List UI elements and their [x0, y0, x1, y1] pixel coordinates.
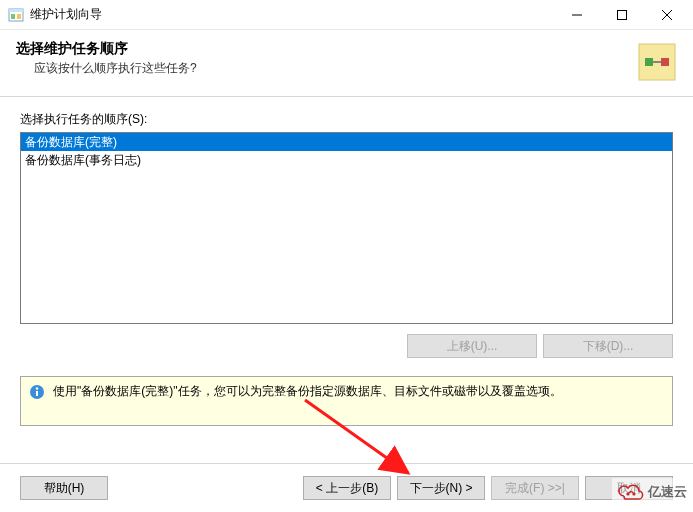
move-down-button: 下移(D)...: [543, 334, 673, 358]
watermark: 亿速云: [612, 478, 693, 506]
watermark-text: 亿速云: [648, 483, 687, 501]
list-item[interactable]: 备份数据库(事务日志): [21, 151, 672, 169]
list-label: 选择执行任务的顺序(S):: [20, 111, 673, 128]
help-button[interactable]: 帮助(H): [20, 476, 108, 500]
wizard-header: 选择维护任务顺序 应该按什么顺序执行这些任务?: [0, 30, 693, 97]
page-subheading: 应该按什么顺序执行这些任务?: [16, 60, 627, 77]
next-button[interactable]: 下一步(N) >: [397, 476, 485, 500]
finish-button: 完成(F) >>|: [491, 476, 579, 500]
titlebar: 维护计划向导: [0, 0, 693, 30]
minimize-button[interactable]: [554, 0, 599, 29]
list-item[interactable]: 备份数据库(完整): [21, 133, 672, 151]
close-button[interactable]: [644, 0, 689, 29]
svg-rect-14: [36, 391, 38, 396]
back-button[interactable]: < 上一步(B): [303, 476, 391, 500]
svg-rect-1: [9, 9, 23, 12]
svg-rect-2: [11, 14, 15, 19]
svg-rect-3: [17, 14, 21, 19]
watermark-logo-icon: [618, 482, 644, 502]
svg-point-13: [36, 387, 38, 389]
wizard-footer: 帮助(H) < 上一步(B) 下一步(N) > 完成(F) >>| 取消: [0, 463, 693, 512]
info-icon: [29, 384, 45, 403]
page-heading: 选择维护任务顺序: [16, 40, 627, 58]
svg-rect-9: [645, 58, 653, 66]
content-area: 选择执行任务的顺序(S): 备份数据库(完整) 备份数据库(事务日志) 上移(U…: [0, 97, 693, 358]
hint-text: 使用"备份数据库(完整)"任务，您可以为完整备份指定源数据库、目标文件或磁带以及…: [53, 383, 562, 400]
svg-rect-5: [617, 10, 626, 19]
move-up-button: 上移(U)...: [407, 334, 537, 358]
app-icon: [8, 7, 24, 23]
svg-rect-10: [661, 58, 669, 66]
task-order-listbox[interactable]: 备份数据库(完整) 备份数据库(事务日志): [20, 132, 673, 324]
window-title: 维护计划向导: [30, 6, 554, 23]
maximize-button[interactable]: [599, 0, 644, 29]
wizard-graphic-icon: [635, 40, 679, 84]
window-controls: [554, 0, 689, 29]
hint-panel: 使用"备份数据库(完整)"任务，您可以为完整备份指定源数据库、目标文件或磁带以及…: [20, 376, 673, 426]
